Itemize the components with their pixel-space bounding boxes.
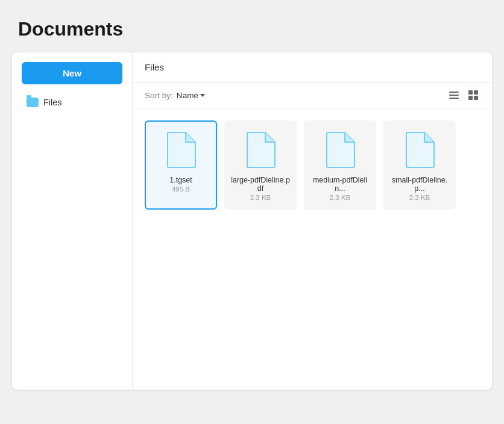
sort-label: Sort by: bbox=[145, 91, 173, 100]
file-item[interactable]: 1.tgset 495 B bbox=[145, 120, 217, 210]
file-name: small-pdfDieline.p... bbox=[389, 176, 450, 193]
new-button[interactable]: New bbox=[22, 62, 122, 84]
file-icon-wrapper bbox=[402, 129, 438, 171]
view-controls bbox=[447, 89, 480, 102]
sidebar-item-files[interactable]: Files bbox=[22, 94, 122, 111]
list-view-button[interactable] bbox=[447, 89, 461, 102]
file-size: 495 B bbox=[172, 186, 190, 193]
chevron-down-icon bbox=[200, 94, 205, 97]
page-title: Documents bbox=[12, 18, 492, 40]
svg-rect-0 bbox=[449, 92, 459, 93]
svg-rect-3 bbox=[468, 90, 473, 95]
svg-rect-4 bbox=[474, 90, 478, 95]
file-name: medium-pdfDielin... bbox=[310, 176, 370, 193]
sort-dropdown[interactable]: Name bbox=[177, 91, 205, 100]
file-item[interactable]: small-pdfDieline.p... 2.3 KB bbox=[383, 120, 456, 210]
file-item[interactable]: medium-pdfDielin... 2.3 KB bbox=[304, 120, 376, 210]
sidebar-item-label: Files bbox=[43, 98, 61, 107]
grid-view-button[interactable] bbox=[467, 89, 480, 102]
file-item[interactable]: large-pdfDieline.pdf 2.3 KB bbox=[224, 120, 297, 210]
file-icon bbox=[404, 131, 435, 169]
content-header: Files bbox=[133, 52, 492, 83]
folder-icon bbox=[27, 98, 39, 107]
svg-rect-6 bbox=[474, 96, 478, 100]
page-container: Documents New Files Files Sort by: Name bbox=[12, 18, 492, 390]
file-name: 1.tgset bbox=[169, 176, 192, 184]
toolbar: Sort by: Name bbox=[133, 83, 492, 108]
file-size: 2.3 KB bbox=[250, 194, 271, 201]
file-icon-wrapper bbox=[242, 129, 279, 171]
sort-value-text: Name bbox=[177, 91, 198, 100]
file-name: large-pdfDieline.pdf bbox=[230, 176, 291, 193]
sidebar: New Files bbox=[12, 52, 133, 390]
file-icon bbox=[324, 131, 356, 169]
sort-area: Sort by: Name bbox=[145, 91, 205, 100]
file-size: 2.3 KB bbox=[330, 194, 351, 201]
file-icon bbox=[165, 131, 197, 169]
file-icon bbox=[245, 131, 276, 169]
grid-view-icon bbox=[468, 90, 479, 101]
file-icon-wrapper bbox=[163, 129, 199, 171]
file-size: 2.3 KB bbox=[409, 194, 430, 201]
content-area: Files Sort by: Name bbox=[133, 52, 492, 390]
svg-rect-2 bbox=[449, 98, 459, 99]
svg-rect-5 bbox=[468, 96, 473, 100]
file-grid: 1.tgset 495 B large-pdfDieline.pdf 2.3 K… bbox=[133, 108, 492, 222]
svg-rect-1 bbox=[449, 95, 459, 96]
list-view-icon bbox=[449, 90, 459, 101]
main-card: New Files Files Sort by: Name bbox=[12, 52, 492, 390]
file-icon-wrapper bbox=[322, 129, 358, 171]
